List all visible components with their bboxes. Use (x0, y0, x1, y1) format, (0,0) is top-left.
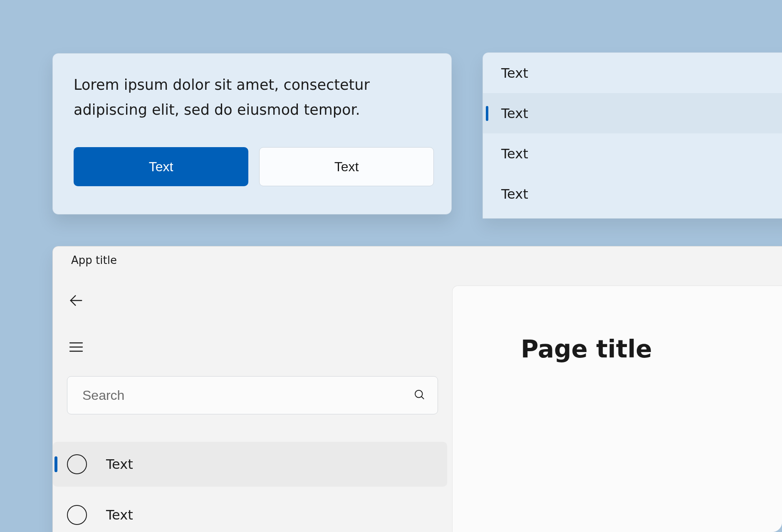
app-title: App title (71, 254, 117, 266)
nav-item[interactable]: Text (53, 493, 447, 532)
list-panel: Text Text Text Text (483, 52, 782, 219)
app-window: App title (52, 246, 782, 532)
list-item[interactable]: Text (483, 53, 782, 93)
dialog-secondary-button[interactable]: Text (259, 147, 434, 186)
titlebar: App title (53, 246, 782, 274)
page-title: Page title (521, 335, 782, 363)
list-item[interactable]: Text (483, 133, 782, 174)
list-item-label: Text (501, 106, 528, 121)
search-field (67, 376, 438, 414)
dialog-body-text: Lorem ipsum dolor sit amet, consectetur … (74, 73, 431, 122)
content-panel: Page title (452, 286, 782, 532)
list-item-label: Text (501, 65, 528, 81)
circle-icon (67, 454, 87, 474)
search-input[interactable] (67, 376, 438, 414)
dialog-button-row: Text Text (74, 147, 431, 186)
nav-item[interactable]: Text (53, 442, 447, 487)
hamburger-button[interactable] (61, 333, 91, 363)
hamburger-icon (68, 339, 84, 357)
dialog-card: Lorem ipsum dolor sit amet, consectetur … (52, 53, 452, 214)
list-item[interactable]: Text (483, 174, 782, 214)
nav-item-label: Text (106, 507, 133, 523)
nav-item-label: Text (106, 456, 133, 472)
dialog-primary-button[interactable]: Text (74, 147, 248, 186)
list-item-label: Text (501, 186, 528, 202)
sidebar: Text Text (53, 274, 452, 532)
app-body: Text Text Page title (53, 274, 782, 532)
back-button[interactable] (61, 286, 91, 316)
list-item-label: Text (501, 146, 528, 162)
list-item[interactable]: Text (483, 93, 782, 133)
arrow-left-icon (68, 292, 84, 310)
circle-icon (67, 505, 87, 525)
nav-list: Text Text (53, 442, 452, 532)
